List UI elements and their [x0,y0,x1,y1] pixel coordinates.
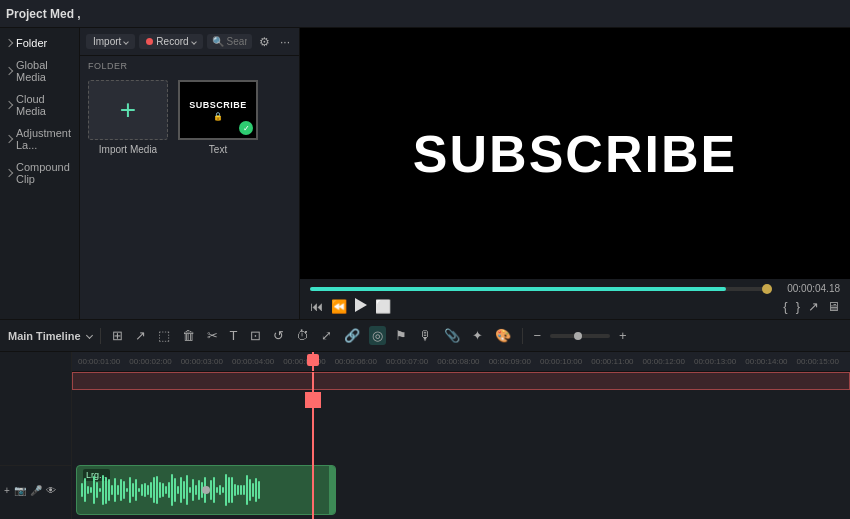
waveform-bar [147,485,149,494]
audio-button[interactable]: 🎙 [416,326,435,345]
crop-tool-button[interactable]: ⊡ [247,326,264,345]
text-tool-button[interactable]: T [227,326,241,345]
main-layout: Folder Global Media Cloud Media Adjustme… [0,28,850,319]
time-display: 00:00:04.18 [780,283,840,294]
zoom-slider[interactable] [550,334,610,338]
arrow-icon [5,39,13,47]
waveform-bar [180,477,182,503]
filter-button[interactable]: ⚙ [256,34,273,50]
ruler-mark: 00:00:09:00 [487,357,538,366]
waveform-bar [153,477,155,502]
waveform-bar [111,485,113,496]
waveform-bar [183,481,185,498]
bracket-right-button[interactable]: } [796,299,800,314]
waveform-bar [246,475,248,504]
ruler-mark: 00:00:03:00 [179,357,230,366]
timeline-area: + 📷 🎤 👁 00:00:01:00 00:00:02:00 00:00:03… [0,352,850,519]
timer-tool-button[interactable]: ⏱ [293,326,312,345]
waveform-bar [225,474,227,506]
select-tool-button[interactable]: ⬚ [155,326,173,345]
media-section-label: FOLDER [80,56,299,74]
preview-controls: 00:00:04.18 ⏮ ⏪ ⬜ { } ↗ 🖥 [300,279,850,319]
ruler-mark: 00:00:13:00 [692,357,743,366]
cut-tool-button[interactable]: ✂ [204,326,221,345]
fit-tool-button[interactable]: ⤢ [318,326,335,345]
arrow-icon [5,135,13,143]
loop-tool-button[interactable]: ↺ [270,326,287,345]
track-eye-icon[interactable]: 👁 [46,485,56,496]
effect-button[interactable]: ✦ [469,326,486,345]
waveform-bar [162,483,164,498]
waveform-bar [243,485,245,495]
import-thumb-box[interactable]: + [88,80,168,140]
waveform-bar [135,479,137,501]
track-cam-icon[interactable]: 📷 [14,485,26,496]
sidebar-item-cloud-media[interactable]: Cloud Media [0,88,79,122]
scrubber-track[interactable] [310,287,772,291]
search-input[interactable] [227,36,247,47]
timeline-tracks[interactable]: Lrg... [72,372,850,519]
play-button[interactable] [355,298,367,315]
waveform-bar [99,488,101,493]
audio-center-dot [202,486,210,494]
preview-right-buttons: { } ↗ 🖥 [783,299,840,314]
waveform-bar [240,485,242,495]
media-toolbar-actions: ⚙ ··· [256,34,293,50]
color-button[interactable]: 🎨 [492,326,514,345]
audio-end-handle[interactable] [329,466,335,514]
record-button[interactable]: Record [139,34,202,49]
sidebar-item-compound-clip[interactable]: Compound Clip [0,156,79,190]
more-button[interactable]: ··· [277,34,293,50]
audio-track-label-row: + 📷 🎤 👁 [0,465,71,515]
search-icon: 🔍 [212,36,224,47]
playhead-circle [305,392,321,408]
group-tool-button[interactable]: ⊞ [109,326,126,345]
waveform-bar [258,481,260,500]
export-frame-button[interactable]: ↗ [808,299,819,314]
monitor-button[interactable]: 🖥 [827,299,840,314]
step-back-button[interactable]: ⏮ [310,299,323,314]
ruler-mark: 00:00:15:00 [795,357,846,366]
track-add-icon[interactable]: + [4,485,10,496]
selection-bar [72,372,850,390]
marker-button[interactable]: ⚑ [392,326,410,345]
audio-track[interactable]: Lrg... [76,465,336,515]
arrow-icon [5,67,13,75]
scrubber-thumb[interactable] [762,284,772,294]
sidebar-item-global-media[interactable]: Global Media [0,54,79,88]
waveform-bar [195,485,197,496]
waveform-bar [81,483,83,496]
subscribe-thumb-box[interactable]: SUBSCRIBE 🔒 ✓ [178,80,258,140]
zoom-in-button[interactable]: + [616,326,630,345]
import-button[interactable]: Import [86,34,135,49]
waveform-bar [171,474,173,505]
fullscreen-button[interactable]: ⬜ [375,299,391,314]
timeline-ruler: 00:00:01:00 00:00:02:00 00:00:03:00 00:0… [72,352,850,372]
text-media-label: Text [209,144,227,155]
snap-button[interactable]: ◎ [369,326,386,345]
waveform-bar [105,477,107,504]
search-box[interactable]: 🔍 [207,34,252,49]
waveform-bar [213,477,215,503]
frame-back-button[interactable]: ⏪ [331,299,347,314]
playhead-ruler [312,352,314,371]
waveform-bar [174,478,176,503]
bracket-left-button[interactable]: { [783,299,787,314]
sidebar-item-folder[interactable]: Folder [0,32,79,54]
zoom-out-button[interactable]: − [531,326,545,345]
import-media-thumb[interactable]: + Import Media [88,80,168,155]
delete-tool-button[interactable]: 🗑 [179,326,198,345]
waveform-bar [129,477,131,503]
clip-button[interactable]: 📎 [441,326,463,345]
arrow-tool-button[interactable]: ↗ [132,326,149,345]
sidebar-item-adjustment-layer[interactable]: Adjustment La... [0,122,79,156]
ruler-mark: 00:00:07:00 [384,357,435,366]
waveform-bar [210,480,212,500]
link-tool-button[interactable]: 🔗 [341,326,363,345]
waveform-bar [150,482,152,497]
chevron-down-icon [124,39,130,45]
ruler-mark: 00:00:04:00 [230,357,281,366]
text-media-thumb[interactable]: SUBSCRIBE 🔒 ✓ Text [178,80,258,155]
track-mic-icon[interactable]: 🎤 [30,485,42,496]
ruler-mark: 00:00:11:00 [589,357,640,366]
